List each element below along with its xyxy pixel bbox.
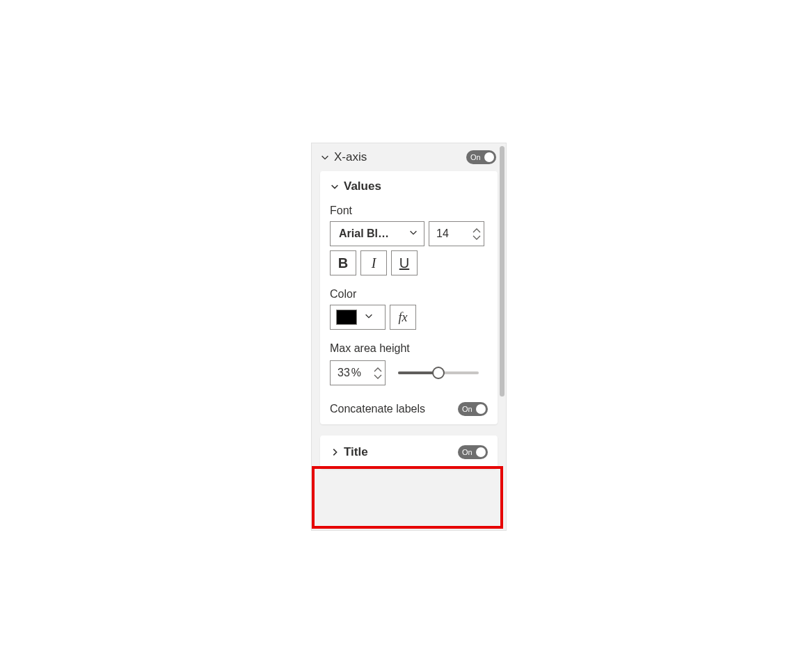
max-area-height-row: 33 % — [330, 360, 488, 385]
bold-button[interactable]: B — [330, 250, 356, 275]
title-toggle[interactable]: On — [458, 445, 488, 459]
title-card: Title On — [320, 435, 498, 469]
max-area-height-label: Max area height — [330, 342, 488, 355]
values-card: Values Font Arial Bl… 14 — [320, 171, 498, 424]
title-label: Title — [344, 445, 368, 459]
chevron-down-icon — [330, 182, 340, 191]
max-area-height-value: 33 — [338, 367, 350, 379]
max-area-height-stepper[interactable]: 33 % — [330, 360, 386, 385]
xaxis-label: X-axis — [334, 150, 367, 164]
max-area-height-group: Max area height 33 % — [330, 342, 488, 385]
chevron-down-icon — [320, 152, 330, 162]
chevron-down-icon[interactable] — [472, 234, 481, 240]
chevron-down-icon — [364, 311, 374, 323]
values-label: Values — [344, 179, 381, 193]
underline-button[interactable]: U — [391, 250, 418, 275]
color-group: Color fx — [330, 288, 488, 330]
xaxis-header-left[interactable]: X-axis — [320, 150, 367, 164]
xaxis-toggle-label: On — [470, 153, 481, 161]
format-panel: X-axis On Values Font Arial Bl… — [311, 143, 507, 531]
color-row: fx — [330, 305, 488, 330]
font-group: Font Arial Bl… 14 B I — [330, 205, 488, 275]
toggle-knob — [476, 404, 486, 414]
chevron-down-icon — [408, 227, 418, 240]
concatenate-row: Concatenate labels On — [330, 402, 488, 416]
fx-button[interactable]: fx — [390, 305, 416, 330]
spin-arrows — [374, 361, 382, 385]
color-picker[interactable] — [330, 305, 386, 330]
chevron-down-icon[interactable] — [374, 374, 382, 379]
xaxis-section-header: X-axis On — [312, 143, 506, 171]
values-header[interactable]: Values — [330, 179, 488, 193]
font-family-value: Arial Bl… — [339, 227, 389, 240]
font-row: Arial Bl… 14 — [330, 221, 488, 246]
max-area-height-unit: % — [351, 367, 374, 379]
scrollbar[interactable] — [500, 146, 505, 397]
toggle-knob — [476, 447, 486, 457]
title-toggle-label: On — [462, 448, 472, 456]
concatenate-label: Concatenate labels — [330, 403, 425, 415]
font-size-value: 14 — [436, 227, 472, 240]
font-style-row: B I U — [330, 250, 488, 275]
chevron-up-icon[interactable] — [374, 367, 382, 373]
toggle-knob — [484, 152, 494, 162]
slider-thumb[interactable] — [432, 367, 445, 379]
color-swatch — [336, 310, 357, 325]
title-header[interactable]: Title — [330, 445, 368, 459]
xaxis-toggle[interactable]: On — [466, 150, 496, 164]
chevron-up-icon[interactable] — [472, 228, 481, 234]
font-label: Font — [330, 205, 488, 217]
concatenate-toggle[interactable]: On — [458, 402, 488, 416]
max-area-height-slider[interactable] — [398, 371, 479, 374]
font-size-stepper[interactable]: 14 — [429, 221, 484, 246]
concatenate-toggle-label: On — [462, 405, 472, 413]
color-label: Color — [330, 288, 488, 301]
italic-button[interactable]: I — [360, 250, 387, 275]
font-family-select[interactable]: Arial Bl… — [330, 221, 424, 246]
chevron-right-icon — [330, 447, 340, 457]
spin-arrows — [472, 222, 481, 246]
